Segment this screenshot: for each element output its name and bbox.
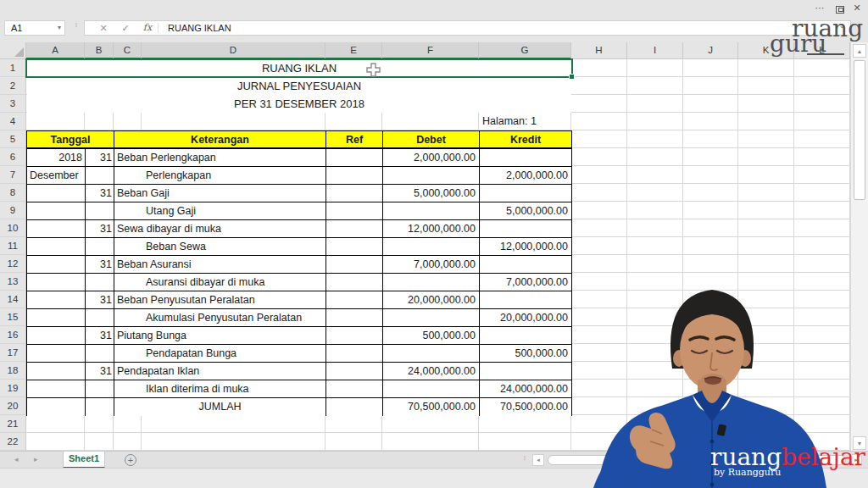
cell-g14[interactable] (480, 291, 571, 309)
cell-g17[interactable]: 500,000.00 (480, 345, 571, 363)
row-header-14[interactable]: 14 (0, 291, 26, 308)
cell-a14[interactable] (27, 291, 86, 309)
column-header-f[interactable]: F (382, 42, 479, 59)
header-cell-kredit[interactable]: Kredit (480, 131, 571, 149)
row-header-18[interactable]: 18 (0, 362, 26, 380)
cell-b18[interactable]: 31 (86, 363, 114, 380)
cell-b9[interactable] (86, 202, 114, 220)
cell-c14[interactable]: Beban Penyusutan Peralatan (114, 291, 326, 309)
column-header-h[interactable]: H (571, 42, 627, 59)
column-header-j[interactable]: J (683, 42, 738, 59)
cell-g18[interactable] (480, 363, 571, 380)
cell-c8[interactable]: Beban Gaji (114, 185, 326, 202)
cell-a15[interactable] (27, 309, 86, 327)
cell-b7[interactable] (86, 167, 114, 185)
cell-g7[interactable]: 2,000,000.00 (480, 167, 571, 185)
add-sheet-icon[interactable]: + (125, 454, 136, 466)
cell-b8[interactable]: 31 (86, 185, 114, 202)
cell-e19[interactable] (326, 380, 383, 398)
row-header-7[interactable]: 7 (0, 166, 26, 184)
selection-border-a1[interactable] (25, 58, 573, 78)
cell-c6[interactable]: Beban Perlengkapan (114, 149, 326, 167)
row-header-20[interactable]: 20 (0, 397, 26, 415)
cell-f7[interactable] (383, 167, 480, 185)
cell-g10[interactable] (480, 220, 571, 238)
cell-f8[interactable]: 5,000,000.00 (383, 185, 480, 202)
cell-g20[interactable]: 70,500,000.00 (480, 398, 571, 416)
cell-f6[interactable]: 2,000,000.00 (383, 149, 480, 167)
cell-c11[interactable]: Beban Sewa (114, 238, 326, 256)
header-cell-ref[interactable]: Ref (326, 131, 383, 149)
cell-b13[interactable] (86, 274, 114, 291)
row-header-13[interactable]: 13 (0, 273, 26, 291)
cell-f15[interactable] (383, 309, 480, 327)
sheet-tab-sheet1[interactable]: Sheet1 (63, 452, 105, 469)
cell-b20[interactable] (86, 398, 114, 416)
row-header-17[interactable]: 17 (0, 344, 26, 362)
row-header-5[interactable]: 5 (0, 130, 26, 148)
cell-g4-page-label[interactable]: Halaman: 1 (480, 113, 570, 130)
cell-c12[interactable]: Beban Asuransi (114, 256, 326, 274)
cell-a11[interactable] (27, 238, 86, 256)
cell-g13[interactable]: 7,000,000.00 (480, 274, 571, 291)
cell-c16[interactable]: Piutang Bunga (114, 327, 326, 345)
previous-sheet-icon[interactable]: ◂ (14, 455, 19, 463)
cell-e18[interactable] (326, 363, 383, 380)
journal-title-row2[interactable]: JURNAL PENYESUAIAN (27, 77, 571, 95)
cell-g6[interactable] (480, 149, 571, 167)
cell-g15[interactable]: 20,000,000.00 (480, 309, 571, 327)
cell-a18[interactable] (27, 363, 86, 380)
cell-a16[interactable] (27, 327, 86, 345)
row-header-12[interactable]: 12 (0, 255, 26, 273)
cell-b12[interactable]: 31 (86, 256, 114, 274)
cell-b11[interactable] (86, 238, 114, 256)
cell-b17[interactable] (86, 345, 114, 363)
cell-g8[interactable] (480, 185, 571, 202)
cell-e8[interactable] (326, 185, 383, 202)
row-header-2[interactable]: 2 (0, 77, 26, 95)
cell-b15[interactable] (86, 309, 114, 327)
cell-e7[interactable] (326, 167, 383, 185)
cell-c17[interactable]: Pendapatan Bunga (114, 345, 326, 363)
row-header-1[interactable]: 1 (0, 59, 26, 77)
cell-a20[interactable] (27, 398, 86, 416)
scroll-up-icon[interactable]: ▲ (853, 44, 866, 58)
cell-a9[interactable] (27, 202, 86, 220)
row-header-4[interactable]: 4 (0, 113, 26, 130)
cell-c13[interactable]: Asuransi dibayar di muka (114, 274, 326, 291)
cell-e6[interactable] (326, 149, 383, 167)
cell-f10[interactable]: 12,000,000.00 (383, 220, 480, 238)
cell-e11[interactable] (326, 238, 383, 256)
cell-f12[interactable]: 7,000,000.00 (383, 256, 480, 274)
row-header-10[interactable]: 10 (0, 219, 26, 237)
selection-fill-handle[interactable] (569, 74, 575, 80)
row-header-11[interactable]: 11 (0, 237, 26, 255)
cell-g16[interactable] (480, 327, 571, 345)
cell-b10[interactable]: 31 (86, 220, 114, 238)
cell-g9[interactable]: 5,000,000.00 (480, 202, 571, 220)
cell-a7[interactable]: Desember (27, 167, 86, 185)
row-header-6[interactable]: 6 (0, 148, 26, 166)
cell-b19[interactable] (86, 380, 114, 398)
row-header-19[interactable]: 19 (0, 380, 26, 397)
cell-f13[interactable] (383, 274, 480, 291)
cell-c20[interactable]: JUMLAH (114, 398, 326, 416)
cell-c10[interactable]: Sewa dibayar di muka (114, 220, 326, 238)
cell-f11[interactable] (383, 238, 480, 256)
cell-a19[interactable] (27, 380, 86, 398)
tab-scroll-splitter[interactable]: ⁝ (522, 455, 527, 460)
cell-e10[interactable] (326, 220, 383, 238)
row-header-22[interactable]: 22 (0, 433, 26, 451)
cell-a13[interactable] (27, 274, 86, 291)
cell-e17[interactable] (326, 345, 383, 363)
cell-a12[interactable] (27, 256, 86, 274)
row-header-15[interactable]: 15 (0, 308, 26, 326)
row-header-8[interactable]: 8 (0, 184, 26, 202)
select-all-corner[interactable] (0, 42, 26, 59)
cell-e16[interactable] (326, 327, 383, 345)
cell-f9[interactable] (383, 202, 480, 220)
cell-c18[interactable]: Pendapatan Iklan (114, 363, 326, 380)
column-header-g[interactable]: G (479, 42, 571, 59)
cell-c7[interactable]: Perlengkapan (114, 167, 326, 185)
cell-f18[interactable]: 24,000,000.00 (383, 363, 480, 380)
